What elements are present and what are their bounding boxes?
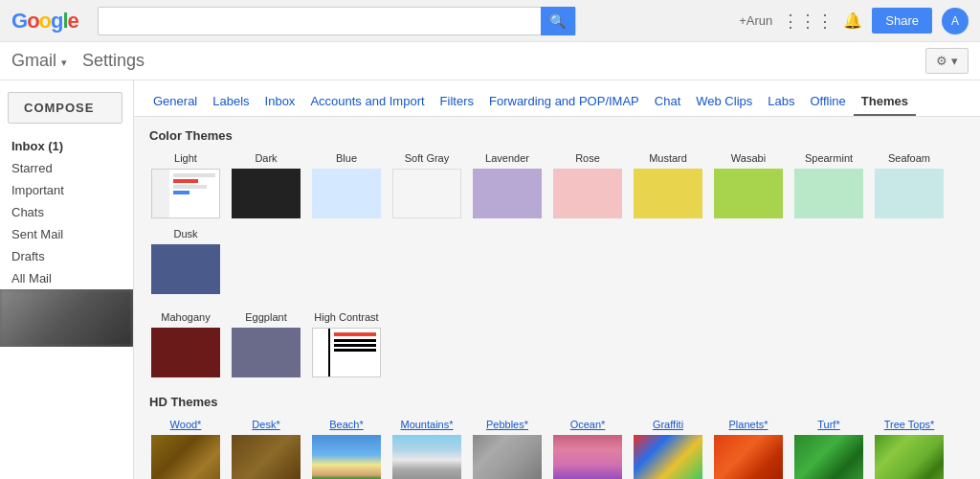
themes-content: Color Themes Light <box>134 117 980 479</box>
theme-treetops-preview <box>873 433 946 479</box>
search-input[interactable] <box>99 13 541 28</box>
theme-highcontrast[interactable]: High Contrast <box>310 311 383 379</box>
tab-chat[interactable]: Chat <box>647 88 688 116</box>
theme-highcontrast-label: High Contrast <box>312 311 381 323</box>
tab-filters[interactable]: Filters <box>433 88 481 116</box>
theme-light[interactable]: Light <box>149 152 222 220</box>
theme-mountains[interactable]: Mountains* <box>390 419 463 479</box>
theme-desk[interactable]: Desk* <box>230 419 302 479</box>
compose-button[interactable]: COMPOSE <box>8 92 122 124</box>
theme-lavender[interactable]: Lavender <box>471 152 544 220</box>
theme-beach-label: Beach* <box>329 419 363 430</box>
avatar[interactable]: A <box>942 8 969 34</box>
search-button[interactable]: 🔍 <box>541 7 575 35</box>
settings-tabs: General Labels Inbox Accounts and Import… <box>134 80 980 117</box>
user-name[interactable]: +Arun <box>739 13 772 28</box>
theme-rose-preview <box>551 167 624 220</box>
theme-beach-preview <box>310 433 383 479</box>
theme-treetops[interactable]: Tree Tops* <box>873 419 946 479</box>
top-right-actions: +Arun ⋮⋮⋮ 🔔 Share A <box>739 8 969 34</box>
hd-themes-grid: Wood* Desk* Beach* <box>149 419 965 479</box>
settings-gear-button[interactable]: ⚙ ▾ <box>925 48 969 74</box>
sidebar-item-inbox[interactable]: Inbox (1) <box>0 135 133 157</box>
theme-dark-label: Dark <box>255 152 277 164</box>
tab-labs[interactable]: Labs <box>760 88 802 116</box>
gear-icon: ⚙ <box>936 54 947 68</box>
theme-wasabi[interactable]: Wasabi <box>712 152 785 220</box>
theme-rose[interactable]: Rose <box>551 152 624 220</box>
theme-wasabi-preview <box>712 167 785 220</box>
tab-inbox[interactable]: Inbox <box>257 88 303 116</box>
hd-themes-title: HD Themes <box>149 395 965 409</box>
theme-seafoam-preview <box>873 167 946 220</box>
theme-graffiti[interactable]: Graffiti <box>632 419 704 479</box>
tab-offline[interactable]: Offline <box>802 88 853 116</box>
theme-mountains-label: Mountains* <box>400 419 453 430</box>
google-logo: Google <box>11 9 78 34</box>
theme-graffiti-label: Graffiti <box>653 419 683 430</box>
theme-dusk-label: Dusk <box>173 228 197 240</box>
theme-softgray[interactable]: Soft Gray <box>390 152 463 220</box>
settings-title: Settings <box>82 51 145 71</box>
sidebar-item-sent[interactable]: Sent Mail <box>0 223 133 245</box>
tab-labels[interactable]: Labels <box>205 88 256 116</box>
sidebar-item-important[interactable]: Important <box>0 179 133 201</box>
tab-themes[interactable]: Themes <box>854 88 916 116</box>
tab-general[interactable]: General <box>145 88 205 116</box>
sidebar-item-chats[interactable]: Chats <box>0 201 133 223</box>
theme-turf-label: Turf* <box>817 419 839 430</box>
theme-spearmint[interactable]: Spearmint <box>792 152 865 220</box>
theme-mountains-preview <box>390 433 463 479</box>
gmail-dropdown-icon: ▾ <box>61 57 67 68</box>
theme-beach[interactable]: Beach* <box>310 419 383 479</box>
theme-blue[interactable]: Blue <box>310 152 383 220</box>
color-themes-grid: Light <box>149 152 965 296</box>
theme-desk-label: Desk* <box>252 419 279 430</box>
tab-webclips[interactable]: Web Clips <box>688 88 760 116</box>
tab-accounts[interactable]: Accounts and Import <box>302 88 432 116</box>
theme-wood[interactable]: Wood* <box>149 419 222 479</box>
theme-mahogany[interactable]: Mahogany <box>149 311 222 379</box>
theme-softgray-label: Soft Gray <box>405 152 449 164</box>
search-bar: 🔍 <box>98 7 576 35</box>
theme-mahogany-label: Mahogany <box>161 311 210 323</box>
theme-mustard[interactable]: Mustard <box>632 152 704 220</box>
theme-spearmint-preview <box>792 167 865 220</box>
theme-wood-label: Wood* <box>170 419 202 430</box>
color-themes-title: Color Themes <box>149 128 965 143</box>
theme-blue-preview <box>310 167 383 220</box>
sidebar-photo <box>0 289 133 347</box>
tab-forwarding[interactable]: Forwarding and POP/IMAP <box>481 88 647 116</box>
theme-seafoam[interactable]: Seafoam <box>873 152 946 220</box>
sidebar-item-starred[interactable]: Starred <box>0 157 133 179</box>
theme-spearmint-label: Spearmint <box>805 152 853 164</box>
notifications-icon[interactable]: 🔔 <box>843 11 862 30</box>
theme-planets[interactable]: Planets* <box>712 419 785 479</box>
theme-mustard-label: Mustard <box>649 152 687 164</box>
theme-wasabi-label: Wasabi <box>731 152 766 164</box>
theme-eggplant-label: Eggplant <box>245 311 286 323</box>
sidebar: COMPOSE Inbox (1) Starred Important Chat… <box>0 80 134 479</box>
theme-eggplant-preview <box>230 326 302 379</box>
gmail-title[interactable]: Gmail ▾ <box>11 51 67 71</box>
theme-turf[interactable]: Turf* <box>792 419 865 479</box>
theme-ocean[interactable]: Ocean* <box>551 419 624 479</box>
theme-desk-preview <box>230 433 302 479</box>
google-topbar: Google 🔍 +Arun ⋮⋮⋮ 🔔 Share A <box>0 0 980 42</box>
apps-icon[interactable]: ⋮⋮⋮ <box>782 11 834 32</box>
sidebar-item-allmail[interactable]: All Mail <box>0 267 133 289</box>
theme-dusk[interactable]: Dusk <box>149 228 222 296</box>
gmail-bar: Gmail ▾ Settings ⚙ ▾ <box>0 42 980 80</box>
theme-pebbles[interactable]: Pebbles* <box>471 419 544 479</box>
main-layout: COMPOSE Inbox (1) Starred Important Chat… <box>0 80 980 479</box>
theme-mahogany-preview <box>149 326 222 379</box>
theme-eggplant[interactable]: Eggplant <box>230 311 302 379</box>
tabs-row: General Labels Inbox Accounts and Import… <box>145 88 969 116</box>
theme-ocean-preview <box>551 433 624 479</box>
theme-turf-preview <box>792 433 865 479</box>
theme-ocean-label: Ocean* <box>570 419 606 430</box>
share-button[interactable]: Share <box>872 8 932 34</box>
sidebar-item-drafts[interactable]: Drafts <box>0 245 133 267</box>
theme-dusk-preview <box>149 242 222 296</box>
theme-dark[interactable]: Dark <box>230 152 302 220</box>
